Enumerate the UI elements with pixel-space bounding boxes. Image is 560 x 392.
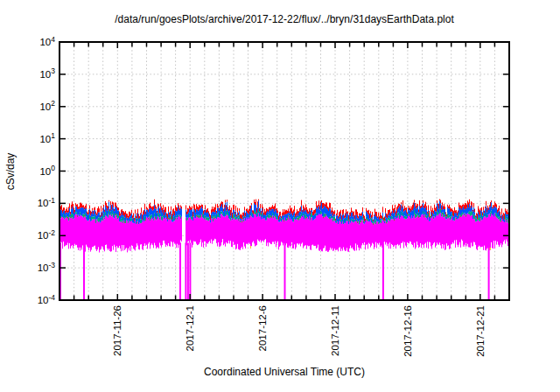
y-tick-label: 104 (39, 35, 55, 48)
dropout-layer (60, 242, 490, 300)
y-tick-label: 10-2 (38, 228, 56, 242)
dropout-spike (189, 242, 191, 300)
dropout-spike (185, 242, 186, 300)
y-tick-label: 10-3 (38, 261, 56, 274)
dropout-spike (284, 242, 286, 300)
tick-label-layer: 10410310210110010-110-210-310-42017-11-2… (38, 35, 486, 357)
y-tick-label: 10-4 (38, 293, 56, 306)
y-tick-label: 102 (39, 99, 55, 112)
x-tick-label: 2017-12-16 (402, 305, 413, 357)
y-tick-label: 101 (39, 131, 55, 144)
y-tick-label: 103 (39, 66, 55, 80)
x-axis-label: Coordinated Universal Time (UTC) (204, 366, 365, 378)
x-tick-label: 2017-12-1 (185, 305, 195, 351)
x-tick-label: 2017-12-21 (475, 305, 486, 357)
chart-canvas: 10410310210110010-110-210-310-42017-11-2… (0, 0, 560, 392)
x-tick-label: 2017-12-6 (257, 305, 268, 351)
dropout-spike (83, 242, 85, 300)
dropout-spike (187, 242, 189, 300)
y-axis-label: cSv/day (4, 153, 17, 191)
dropout-spike (179, 242, 181, 300)
dropout-spike (488, 242, 490, 300)
x-tick-label: 2017-12-11 (330, 305, 340, 356)
plot-title: /data/run/goesPlots/archive/2017-12-22/f… (115, 13, 454, 25)
dropout-spike (382, 242, 384, 300)
y-tick-label: 10-1 (38, 196, 56, 209)
x-tick-label: 2017-11-26 (112, 305, 122, 356)
goes-dose-plot-window: 10410310210110010-110-210-310-42017-11-2… (0, 0, 560, 392)
y-tick-label: 100 (39, 164, 55, 177)
